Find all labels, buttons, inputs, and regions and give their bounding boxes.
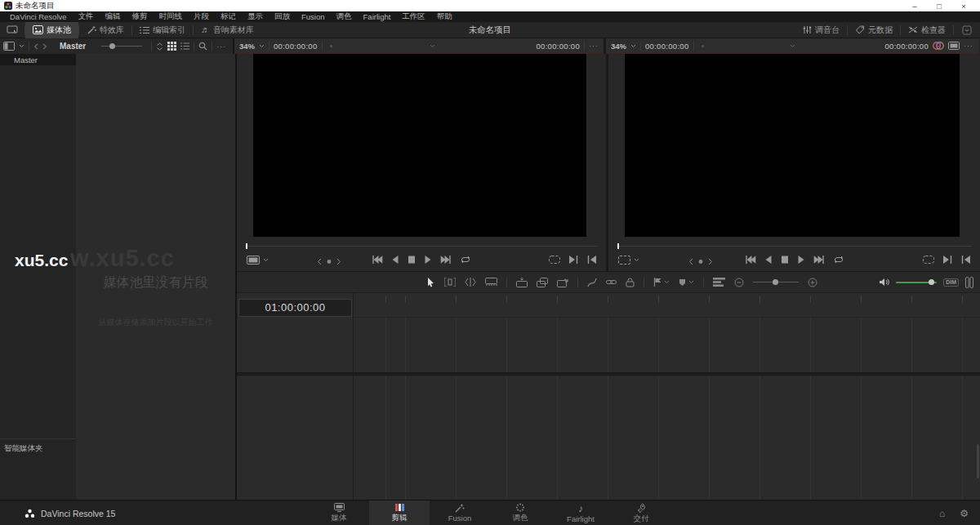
video-track-area[interactable] bbox=[353, 318, 980, 372]
link-clips-icon[interactable] bbox=[606, 278, 617, 287]
smart-bins-section[interactable]: 智能媒体夹 bbox=[0, 438, 76, 454]
project-settings-gear-icon[interactable]: ⚙ bbox=[960, 509, 969, 518]
last-frame-icon[interactable] bbox=[813, 256, 824, 264]
play-icon[interactable] bbox=[425, 256, 432, 264]
menu-item-playback[interactable]: 回放 bbox=[269, 11, 296, 22]
zoom-out-icon[interactable] bbox=[734, 278, 744, 287]
play-to-out-icon[interactable] bbox=[569, 256, 578, 264]
timeline-view-options-icon[interactable] bbox=[713, 278, 725, 287]
menu-item-clip[interactable]: 片段 bbox=[188, 11, 215, 22]
first-frame-icon[interactable] bbox=[745, 256, 755, 264]
loop-icon[interactable] bbox=[833, 256, 844, 264]
timeline-zoom-slider[interactable] bbox=[753, 279, 799, 285]
loop-icon[interactable] bbox=[461, 256, 471, 264]
panel-select-checkbox[interactable] bbox=[954, 22, 980, 38]
chevron-down-icon[interactable] bbox=[664, 280, 670, 284]
match-frame-icon[interactable] bbox=[549, 256, 560, 264]
lock-icon[interactable] bbox=[626, 278, 635, 287]
tab-color[interactable]: 调色 bbox=[490, 501, 550, 525]
timeline-ruler[interactable] bbox=[353, 293, 980, 318]
media-pool-toggle-button[interactable]: 媒体池 bbox=[25, 22, 78, 38]
tab-fusion[interactable]: Fusion bbox=[430, 501, 490, 525]
menu-item-davinci-resolve[interactable]: DaVinci Resolve bbox=[4, 12, 73, 21]
menu-item-mark[interactable]: 标记 bbox=[215, 11, 242, 22]
menu-item-trim[interactable]: 修剪 bbox=[127, 11, 154, 22]
source-playhead[interactable] bbox=[246, 243, 247, 249]
play-reverse-icon[interactable] bbox=[764, 256, 772, 264]
source-current-timecode[interactable]: 00:00:00:00 bbox=[274, 42, 318, 51]
play-from-in-icon[interactable] bbox=[961, 256, 970, 264]
tab-media[interactable]: 媒体 bbox=[309, 501, 369, 525]
jog-control-icon[interactable] bbox=[688, 258, 713, 265]
source-viewer-options-button[interactable]: ··· bbox=[589, 42, 599, 50]
audio-track-area[interactable] bbox=[353, 376, 980, 500]
selection-tool-icon[interactable] bbox=[426, 278, 435, 287]
overwrite-clip-icon[interactable] bbox=[537, 278, 548, 287]
back-arrow-icon[interactable] bbox=[33, 43, 38, 50]
menu-item-help[interactable]: 帮助 bbox=[431, 11, 458, 22]
menu-item-fairlight[interactable]: Fairlight bbox=[358, 12, 397, 21]
audio-meters-icon[interactable] bbox=[965, 277, 973, 288]
color-wheels-icon[interactable] bbox=[933, 41, 944, 51]
zoom-in-icon[interactable] bbox=[808, 278, 817, 287]
chevron-down-icon[interactable] bbox=[259, 44, 265, 48]
speaker-icon[interactable] bbox=[879, 278, 889, 287]
sort-order-icon[interactable] bbox=[156, 42, 163, 51]
menu-item-fusion[interactable]: Fusion bbox=[296, 12, 331, 21]
search-icon[interactable] bbox=[198, 42, 207, 51]
edit-index-toggle-button[interactable]: 编辑索引 bbox=[132, 22, 193, 38]
timeline-mode-icon[interactable] bbox=[618, 256, 630, 265]
close-button[interactable]: × bbox=[951, 2, 976, 11]
play-from-in-icon[interactable] bbox=[587, 256, 596, 264]
menu-item-edit[interactable]: 编辑 bbox=[100, 11, 127, 22]
match-frame-icon[interactable] bbox=[923, 256, 934, 264]
timeline-viewer-canvas[interactable] bbox=[625, 54, 960, 237]
sound-library-toggle-button[interactable]: ♬ 音响素材库 bbox=[194, 22, 261, 38]
maximize-button[interactable]: □ bbox=[927, 2, 951, 11]
timeline-playhead[interactable] bbox=[617, 243, 619, 249]
menu-item-color[interactable]: 调色 bbox=[331, 11, 358, 22]
curve-tool-icon[interactable] bbox=[587, 278, 597, 287]
menu-item-view[interactable]: 显示 bbox=[242, 11, 269, 22]
insert-clip-icon[interactable] bbox=[516, 278, 528, 287]
trim-edit-mode-icon[interactable] bbox=[444, 278, 456, 287]
metadata-toggle-button[interactable]: 元数据 bbox=[848, 22, 900, 38]
bin-panel-toggle-icon[interactable] bbox=[3, 42, 15, 51]
forward-arrow-icon[interactable] bbox=[42, 43, 47, 50]
inspector-toggle-button[interactable]: 检查器 bbox=[901, 22, 953, 38]
chevron-down-icon[interactable] bbox=[688, 280, 694, 284]
flag-icon[interactable] bbox=[653, 278, 662, 287]
tab-deliver[interactable]: 交付 bbox=[611, 501, 671, 525]
timeline-viewer-options-button[interactable]: ··· bbox=[964, 42, 973, 50]
chevron-down-icon[interactable] bbox=[634, 258, 639, 262]
minimize-button[interactable]: – bbox=[902, 2, 927, 11]
play-to-out-icon[interactable] bbox=[943, 256, 952, 264]
timeline-zoom-level[interactable]: 34% bbox=[611, 42, 626, 51]
volume-slider[interactable] bbox=[896, 279, 937, 285]
chevron-down-icon[interactable] bbox=[19, 44, 24, 48]
tab-fairlight[interactable]: ♪ Fairlight bbox=[550, 501, 611, 525]
dynamic-trim-icon[interactable] bbox=[465, 278, 476, 287]
dim-button[interactable]: DIM bbox=[943, 278, 959, 287]
first-frame-icon[interactable] bbox=[372, 256, 383, 264]
timeline-scrubber[interactable] bbox=[617, 243, 972, 249]
effects-library-toggle-button[interactable]: 特效库 bbox=[79, 22, 131, 38]
chevron-down-icon[interactable] bbox=[630, 44, 636, 48]
stop-icon[interactable] bbox=[408, 256, 416, 264]
source-zoom-level[interactable]: 34% bbox=[239, 42, 255, 51]
razor-tool-icon[interactable] bbox=[485, 278, 497, 287]
chevron-down-icon[interactable] bbox=[263, 258, 269, 262]
timeline-select-dropdown[interactable] bbox=[698, 40, 881, 52]
grid-view-icon[interactable] bbox=[167, 42, 176, 51]
play-icon[interactable] bbox=[797, 256, 804, 264]
display-icon[interactable] bbox=[948, 42, 960, 50]
jog-control-icon[interactable] bbox=[317, 258, 341, 265]
screen-capture-button[interactable] bbox=[0, 22, 24, 38]
media-pool-options-button[interactable]: ··· bbox=[216, 42, 226, 51]
stop-icon[interactable] bbox=[781, 256, 788, 264]
play-reverse-icon[interactable] bbox=[392, 256, 399, 264]
thumbnail-size-slider[interactable] bbox=[101, 45, 142, 47]
replace-clip-icon[interactable] bbox=[557, 278, 568, 287]
source-clip-dropdown[interactable] bbox=[327, 40, 532, 52]
sidebar-item-master[interactable]: Master bbox=[0, 54, 76, 65]
